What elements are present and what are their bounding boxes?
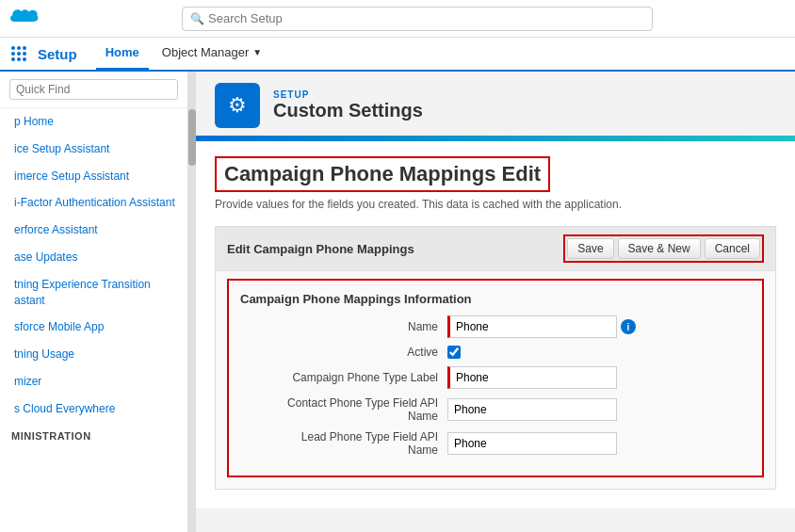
edit-block-header: Edit Campaign Phone Mappings Save Save &… [216,227,775,271]
sidebar-item-cloud-everywhere[interactable]: s Cloud Everywhere [0,395,187,423]
page-title: Campaign Phone Mappings Edit [217,158,548,190]
cancel-button[interactable]: Cancel [705,238,760,259]
sidebar-item-assistant[interactable]: erforce Assistant [0,217,187,244]
edit-block: Edit Campaign Phone Mappings Save Save &… [215,226,776,490]
setup-icon: ⚙ [215,83,260,128]
top-bar: 🔍 [0,0,795,38]
form-field-lead-api [447,432,617,455]
sidebar-item-lightning-usage[interactable]: tning Usage [0,341,187,368]
setup-name: Custom Settings [273,100,423,121]
form-row-contact-api: Contact Phone Type Field API Name [240,396,751,423]
quick-find-input[interactable] [9,79,178,100]
form-row-name: Name i [240,315,751,338]
setup-label: SETUP [273,89,423,100]
form-field-campaign-type [447,366,617,389]
save-button[interactable]: Save [567,238,613,259]
button-group: Save Save & New Cancel [563,234,764,263]
nav-app-name: Setup [38,46,77,62]
contact-api-input[interactable] [447,398,617,421]
sidebar-item-home[interactable]: p Home [0,108,187,136]
form-row-campaign-type: Campaign Phone Type Label [240,366,751,389]
sidebar-search[interactable] [0,72,187,108]
active-checkbox[interactable] [447,346,461,359]
info-block-title: Campaign Phone Mappings Information [240,292,751,306]
sidebar-wrapper: p Home ice Setup Assistant imerce Setup … [0,72,196,532]
sidebar-scrollbar[interactable] [188,72,196,532]
field-label-contact-api: Contact Phone Type Field API Name [240,396,447,423]
sidebar-item-mfa[interactable]: i-Factor Authentication Assistant [0,189,187,217]
form-field-contact-api [447,398,617,421]
page-subtitle: Provide values for the fields you create… [215,198,776,211]
sidebar-section-administration: MINISTRATION [0,423,187,445]
sidebar-item-mobile-app[interactable]: sforce Mobile App [0,314,187,341]
sidebar: p Home ice Setup Assistant imerce Setup … [0,72,188,532]
setup-header: ⚙ SETUP Custom Settings [196,72,795,128]
content-area: ⚙ SETUP Custom Settings Campaign Phone M… [196,72,795,532]
field-label-name: Name [240,320,447,333]
form-field-active [447,346,461,359]
edit-block-title: Edit Campaign Phone Mappings [227,242,414,256]
save-new-button[interactable]: Save & New [618,238,701,259]
sidebar-scroll-thumb[interactable] [188,109,196,166]
form-field-name: i [447,315,636,338]
app-logo [9,8,40,30]
form-row-lead-api: Lead Phone Type Field API Name [240,430,751,457]
form-section: Campaign Phone Mappings Edit Provide val… [196,141,795,508]
app-launcher-icon[interactable] [11,46,26,61]
setup-title-area: SETUP Custom Settings [273,89,423,121]
field-label-lead-api: Lead Phone Type Field API Name [240,430,447,457]
search-bar[interactable]: 🔍 [182,7,653,31]
nav-object-manager[interactable]: Object Manager ▼ [153,37,271,71]
search-input[interactable] [208,11,644,25]
page-title-box: Campaign Phone Mappings Edit [215,156,550,192]
info-icon-name[interactable]: i [621,319,636,334]
nav-bar: Setup Home Object Manager ▼ [0,38,795,72]
lead-api-input[interactable] [447,432,617,455]
campaign-type-input[interactable] [447,366,617,389]
nav-home[interactable]: Home [96,37,149,71]
main-layout: p Home ice Setup Assistant imerce Setup … [0,72,795,532]
sidebar-item-setup-assistant[interactable]: ice Setup Assistant [0,136,187,163]
sidebar-item-commerce[interactable]: imerce Setup Assistant [0,163,187,190]
sidebar-item-release-updates[interactable]: ase Updates [0,244,187,271]
search-icon: 🔍 [190,12,204,25]
form-row-active: Active [240,346,751,359]
info-block: Campaign Phone Mappings Information Name… [227,279,764,477]
field-label-active: Active [240,346,447,359]
field-label-campaign-type: Campaign Phone Type Label [240,371,447,384]
chevron-down-icon: ▼ [252,47,262,57]
sidebar-item-optimizer[interactable]: mizer [0,368,187,395]
sidebar-item-transition[interactable]: tning Experience Transition astant [0,271,187,314]
name-input[interactable] [447,315,617,338]
